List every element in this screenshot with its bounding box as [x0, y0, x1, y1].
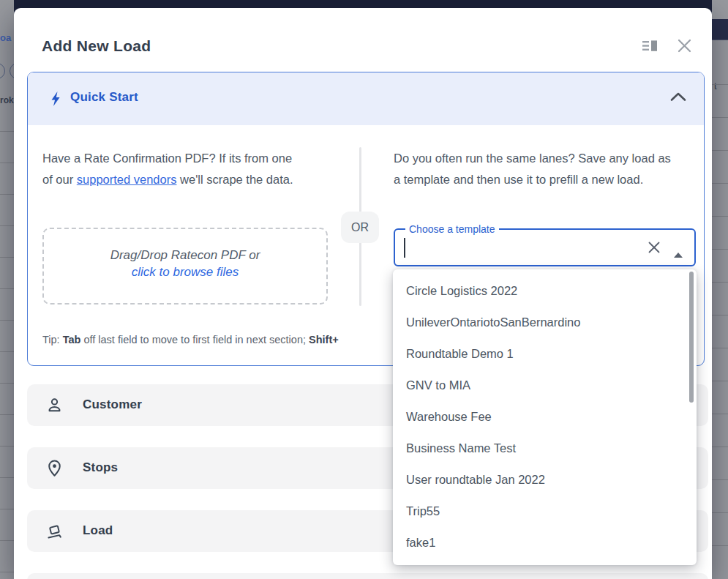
template-option[interactable]: Roundtable Demo 1: [393, 338, 697, 370]
clipped-filter-pill: [0, 63, 5, 79]
chevron-up-icon[interactable]: [670, 91, 686, 102]
person-icon: [45, 396, 64, 414]
template-dropdown-list: Circle Logistics 2022 UnileverOntariotoS…: [393, 269, 697, 565]
tip-key-shift: Shift+: [309, 334, 339, 345]
supported-vendors-link[interactable]: supported vendors: [77, 173, 177, 186]
tip-prefix: Tip:: [42, 334, 63, 345]
template-combobox[interactable]: Choose a template: [394, 228, 696, 266]
location-pin-icon: [45, 459, 64, 477]
dropzone-line1: Drag/Drop Ratecon PDF or: [44, 248, 326, 263]
lightning-bolt-icon: [48, 89, 65, 108]
template-option[interactable]: Circle Logistics 2022: [393, 275, 697, 307]
clipped-page-heading: oa: [0, 32, 11, 43]
add-new-load-modal: Add New Load Qu: [14, 8, 712, 579]
list-panel-icon: [642, 40, 658, 53]
template-option[interactable]: Warehouse Fee: [393, 401, 697, 433]
ratecon-dropzone[interactable]: Drag/Drop Ratecon PDF or click to browse…: [42, 228, 328, 305]
section-label: Load: [83, 523, 113, 538]
close-icon: [678, 39, 691, 53]
browse-files-link[interactable]: click to browse files: [44, 265, 326, 280]
background-page-left: oa rok: [0, 0, 14, 579]
text-cursor: [404, 238, 405, 258]
ratecon-description: Have a Rate Confirmation PDF? If its fro…: [42, 148, 295, 190]
tip-key-tab: Tab: [63, 334, 81, 345]
template-option[interactable]: Business Name Test: [393, 433, 697, 464]
template-option[interactable]: User roundtable Jan 2022: [393, 464, 697, 496]
or-pill: OR: [341, 212, 379, 243]
clipped-table-header: t: [714, 81, 717, 91]
dropdown-scrollbar-thumb[interactable]: [689, 272, 694, 403]
clipped-toolbar: [712, 19, 728, 40]
close-modal-button[interactable]: [678, 39, 691, 53]
modal-title: Add New Load: [42, 37, 151, 55]
background-page-right: t: [712, 0, 728, 579]
tip-middle: off last field to move to first field in…: [80, 334, 309, 345]
ratecon-text-after: we'll scrape the data.: [176, 173, 293, 186]
clear-template-button[interactable]: [648, 241, 661, 254]
arrow-up-icon: [674, 242, 683, 258]
clear-x-icon: [648, 241, 661, 254]
template-option[interactable]: UnileverOntariotoSanBernardino: [393, 307, 697, 338]
panel-view-toggle-button[interactable]: [642, 40, 658, 53]
clipped-table-header: rok: [0, 95, 14, 105]
screen: oa rok t Add New Load: [0, 0, 728, 579]
quick-start-title: Quick Start: [70, 90, 138, 105]
ramp-icon: [45, 522, 64, 540]
template-description: Do you often run the same lanes? Save an…: [394, 148, 679, 190]
quick-start-header[interactable]: Quick Start: [28, 72, 704, 125]
template-option[interactable]: fake1: [393, 527, 697, 559]
template-field-label: Choose a template: [405, 223, 499, 235]
section-next-partial[interactable]: [27, 573, 708, 579]
section-label: Customer: [83, 397, 142, 412]
template-option[interactable]: GNV to MIA: [393, 370, 697, 401]
section-label: Stops: [83, 460, 118, 475]
template-option[interactable]: Trip55: [393, 496, 697, 527]
